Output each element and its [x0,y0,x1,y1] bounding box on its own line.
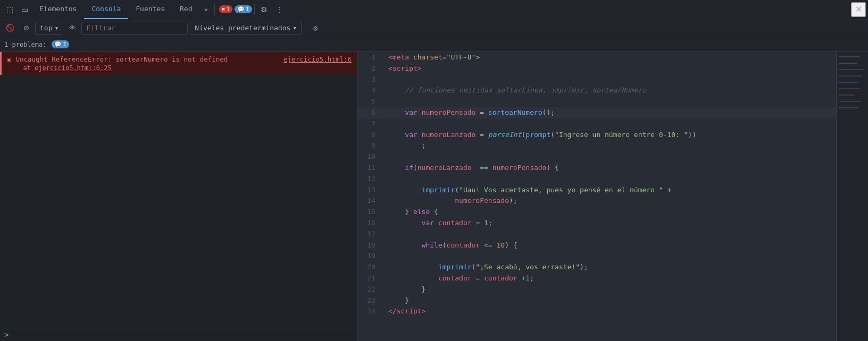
gear-icon[interactable]: ⚙ [308,21,322,35]
eye-icon[interactable]: 👁 [65,21,79,35]
tab-consola[interactable]: Consola [84,0,128,19]
line-content: ; [384,140,836,151]
tab-red[interactable]: Red [172,0,199,19]
console-panel: ✖ Uncaught ReferenceError: sortearNumero… [0,52,357,341]
tab-more-button[interactable]: » [200,0,212,19]
line-number: 18 [357,240,384,251]
filter-input[interactable] [81,22,188,35]
line-number: 19 [357,251,384,262]
line-number: 16 [357,218,384,229]
error-message: Uncaught ReferenceError: sortearNumero i… [15,55,228,63]
line-content: </script> [384,306,836,317]
line-number: 4 [357,85,384,96]
line-content [384,151,836,163]
svg-rect-1 [839,56,859,57]
line-content: var numeroPensado = sortearNumero(); [384,107,836,118]
issues-bar: 1 problema: 💬 1 [0,37,868,52]
issues-label: 1 problema: [4,41,46,48]
line-number: 9 [357,140,384,151]
context-dropdown[interactable]: top ▾ [35,22,63,35]
inspect-icon[interactable]: ⬚ [2,2,17,17]
line-number: 1 [357,52,384,63]
error-badge: ✖ 1 [219,5,232,13]
line-content: imprimir("¡Se acabó, vos erraste!"); [384,262,836,273]
line-number: 14 [357,195,384,207]
line-content [384,251,836,262]
error-source: at ejercicio5.html:6:25 [23,64,352,72]
svg-rect-7 [839,95,855,96]
line-content [384,118,836,130]
line-number: 6 [357,107,384,118]
line-number: 11 [357,163,384,174]
toolbar-separator [214,4,215,15]
line-content [384,74,836,86]
line-number: 12 [357,174,384,185]
line-number: 3 [357,74,384,86]
svg-rect-6 [839,88,861,89]
error-at-link[interactable]: ejercicio5.html:6:25 [35,64,112,72]
svg-rect-4 [839,75,862,76]
line-content: var contador = 1; [384,218,836,229]
tab-fuentes[interactable]: Fuentes [128,0,172,19]
settings-icon[interactable]: ⚙ [257,2,272,17]
line-content: if(numeroLanzado == numeroPensado) { [384,163,836,174]
levels-dropdown[interactable]: Niveles predeterminados ▾ [190,22,302,35]
line-number: 17 [357,229,384,240]
line-number: 20 [357,262,384,273]
line-content: contador = contador +1; [384,273,836,284]
line-number: 7 [357,118,384,130]
line-content [384,96,836,107]
clear-console-icon[interactable]: 🚫 [3,21,17,35]
console-toolbar: 🚫 ⊘ top ▾ 👁 Niveles predeterminados ▾ ⚙ [0,19,868,37]
line-number: 22 [357,284,384,295]
tab-elementos[interactable]: Elementos [32,0,84,19]
error-file-link[interactable]: ejercicio5.html:6 [283,55,352,63]
tab-list: Elementos Consola Fuentes Red » [32,0,212,19]
line-number: 23 [357,295,384,306]
line-content: numeroPensado); [384,195,836,207]
error-row: ✖ Uncaught ReferenceError: sortearNumero… [0,52,357,75]
line-content: var numeroLanzado = parseInt(prompt("Ing… [384,130,836,141]
line-number: 21 [357,273,384,284]
svg-rect-2 [839,63,857,64]
line-content: <script> [384,63,836,74]
block-icon[interactable]: ⊘ [19,21,33,35]
device-icon[interactable]: ▭ [17,2,32,17]
line-content: } [384,284,836,295]
line-content: imprimir("Uau! Vos acertaste, pues yo pe… [384,185,836,196]
console-input[interactable] [12,331,353,339]
svg-rect-9 [839,107,858,108]
error-content: Uncaught ReferenceError: sortearNumero i… [15,55,352,72]
code-panel: 1<meta charset="UTF-8">2<script>34 // fu… [357,52,836,341]
console-prompt: > [4,330,9,339]
line-number: 13 [357,185,384,196]
more-options-icon[interactable]: ⋮ [272,2,287,17]
svg-rect-5 [839,82,858,83]
line-number: 8 [357,130,384,141]
minimap [836,52,868,341]
line-content: } else { [384,207,836,218]
chevron-down-icon: ▾ [293,24,297,32]
line-content: // funciones omitidas saltarLinea, impri… [384,85,836,96]
close-button[interactable]: ✕ [851,2,866,17]
toolbar-separator-3 [305,23,305,33]
issues-badge: 💬 1 [52,40,69,48]
line-content [384,174,836,185]
toolbar-separator-2 [254,4,255,15]
line-number: 5 [357,96,384,107]
line-number: 24 [357,306,384,317]
devtools-toolbar: ⬚ ▭ Elementos Consola Fuentes Red » ✖ 1 … [0,0,868,19]
code-table: 1<meta charset="UTF-8">2<script>34 // fu… [357,52,836,317]
chevron-down-icon: ▾ [54,24,59,32]
line-number: 2 [357,63,384,74]
line-number: 10 [357,151,384,163]
error-icon: ✖ [7,56,11,64]
main-layout: ✖ Uncaught ReferenceError: sortearNumero… [0,52,868,341]
line-content: <meta charset="UTF-8"> [384,52,836,63]
line-content: } [384,295,836,306]
line-content [384,229,836,240]
line-content: while(contador <= 10) { [384,240,836,251]
warning-badge: 💬 1 [235,5,252,13]
svg-rect-3 [839,69,865,70]
line-number: 15 [357,207,384,218]
